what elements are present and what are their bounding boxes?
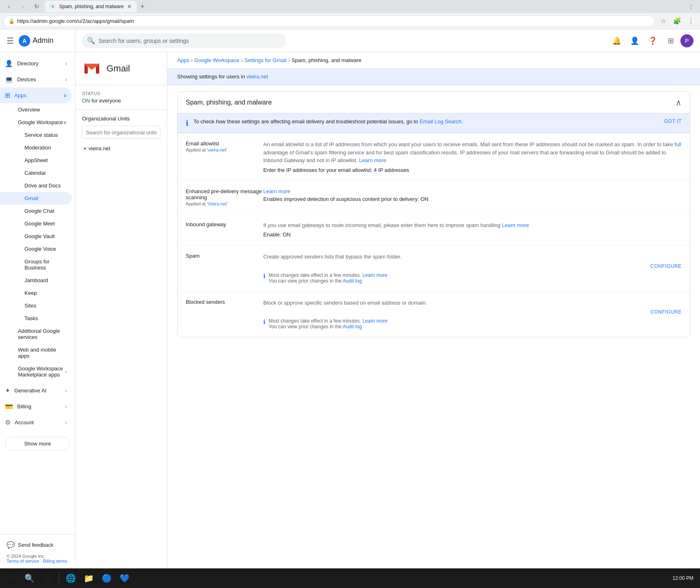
spam-audit-log[interactable]: Audit log [343,278,362,284]
terms-link[interactable]: Terms of service [7,559,39,564]
sidebar-subitem-service-status[interactable]: Service status [0,129,72,141]
sidebar-subitem-marketplace[interactable]: Google Workspace Marketplace apps › [0,362,72,381]
url-text: https://admin.google.com/u/2/ac/apps/gma… [17,18,134,24]
notifications-btn[interactable]: 🔔 [609,33,625,49]
sidebar-subitem-chat[interactable]: Google Chat [0,205,72,217]
sidebar-subitem-gworkspace[interactable]: Google Workspace ∨ [0,116,72,129]
address-bar[interactable]: 🔒 https://admin.google.com/u/2/ac/apps/g… [3,16,655,27]
sidebar-account-label: Account [15,419,34,425]
blocked-learn-more[interactable]: Learn more [362,318,387,324]
spam-learn-more[interactable]: Learn more [362,272,387,278]
taskbar-vscode-btn[interactable]: 💙 [116,570,133,586]
sidebar-item-apps[interactable]: ⊞ Apps ∨ [0,87,72,103]
search-placeholder-text: Search for users, groups or settings [98,38,189,44]
browser-menu-btn[interactable]: ⋮ [685,1,697,12]
active-tab[interactable]: 📧 Spam, phishing, and malware ✕ [45,1,137,12]
send-feedback-btn[interactable]: 💬 Send feedback [3,538,72,552]
chevron-right-icon-billing: › [65,404,67,410]
sidebar-item-apps-label: Apps [14,92,27,98]
spam-name: Spam [186,253,263,259]
taskbar: ⊞ 🔍 ⧉ 🌐 📁 🔵 💙 12:00 PM [0,568,700,588]
vieira-net-link-1[interactable]: vieira.net [208,147,226,152]
sidebar-item-billing[interactable]: 💳 Billing › [0,399,72,414]
sidebar-subitem-gmail[interactable]: Gmail [0,192,72,205]
chevron-right-icon: › [65,61,67,67]
blocked-note: ℹ Most changes take effect in a few minu… [263,318,682,330]
spam-configure-btn[interactable]: CONFIGURE [651,263,682,269]
sidebar-subitem-tasks[interactable]: Tasks [0,312,72,325]
sidebar-item-directory[interactable]: 👤 Directory › [0,56,72,71]
inbound-gateway-desc: If you use email gateways to route incom… [263,221,682,229]
search-bar[interactable]: 🔍 Search for users, groups or settings [82,33,286,48]
bookmark-icon[interactable]: ☆ [658,16,669,27]
full-link[interactable]: full [674,141,681,147]
blocked-audit-log[interactable]: Audit log [343,324,362,330]
got-it-btn[interactable]: GOT IT [664,118,682,124]
breadcrumb-apps[interactable]: Apps [177,57,189,63]
sidebar-subitem-sites[interactable]: Sites [0,299,72,312]
billing-terms-link[interactable]: Billing terms [43,559,67,564]
sidebar-subitem-jamboard[interactable]: Jamboard [0,274,72,287]
show-more-button[interactable]: Show more [5,437,70,450]
sidebar-subitem-calendar[interactable]: Calendar [0,167,72,179]
taskbar-system-tray[interactable]: 12:00 PM [669,575,697,581]
sidebar-subitem-appsheet[interactable]: AppSheet [0,154,72,167]
browser-nav-forward[interactable]: › [17,1,29,12]
sidebar-subitem-web-mobile[interactable]: Web and mobile apps [0,343,72,362]
inbound-gateway-name: Inbound gateway [186,221,263,227]
hamburger-menu[interactable]: ☰ [5,34,16,47]
taskbar-task-view-btn[interactable]: ⧉ [39,570,56,586]
chevron-right-icon-devices: › [65,77,67,82]
user-circle-btn[interactable]: 👤 [627,33,643,49]
setting-row-enhanced-scanning: Enhanced pre-delivery message scanning A… [178,181,690,214]
taskbar-explorer-btn[interactable]: 📁 [80,570,97,586]
section-header[interactable]: Spam, phishing, and malware ∧ [178,92,690,114]
gmail-panel-title: Gmail [107,63,130,74]
new-tab-btn[interactable]: + [138,2,147,11]
admin-logo[interactable]: A Admin [19,35,53,47]
sidebar-subitem-drive-docs[interactable]: Drive and Docs [0,179,72,192]
taskbar-edge-btn[interactable]: 🔵 [98,570,115,586]
sidebar-item-account[interactable]: ⚙ Account › [0,414,72,430]
collapse-icon[interactable]: ∧ [676,98,682,107]
learn-more-allowlist[interactable]: Learn more [359,157,386,163]
browser-nav-refresh[interactable]: ↻ [31,1,42,12]
help-btn[interactable]: ❓ [644,33,661,49]
apps-grid-btn[interactable]: ⊞ [662,33,679,49]
org-tree-item-root[interactable]: ▾ vieira.net [82,143,160,154]
blocked-configure-btn[interactable]: CONFIGURE [651,309,682,315]
learn-more-inbound[interactable]: Learn more [502,222,529,228]
browser-nav-back[interactable]: ‹ [3,1,15,12]
billing-icon: 💳 [5,403,13,410]
breadcrumb-sep-1: › [191,57,193,63]
info-circle-icon: ℹ [186,119,189,128]
tab-close-icon[interactable]: ✕ [127,3,132,10]
chevron-down-icon: ∨ [63,93,67,98]
sidebar-subitem-voice[interactable]: Google Voice [0,243,72,255]
taskbar-chrome-btn[interactable]: 🌐 [62,570,79,586]
sidebar-subitem-overview[interactable]: Overview [0,103,72,116]
vieira-net-link-2[interactable]: Vieira.net [208,201,227,206]
breadcrumb-sep-2: › [241,57,242,63]
sidebar-subitem-moderation[interactable]: Moderation [0,141,72,154]
email-log-search-link[interactable]: Email Log Search. [420,118,463,125]
sidebar-subitem-groups[interactable]: Groups for Business [0,255,72,274]
sidebar-item-devices[interactable]: 💻 Devices › [0,71,72,87]
breadcrumb-gworkspace[interactable]: Google Workspace [194,57,239,63]
enhanced-scanning-name: Enhanced pre-delivery message scanning [186,188,263,200]
sidebar-subitem-meet[interactable]: Google Meet [0,217,72,230]
breadcrumb-settings-for-gmail[interactable]: Settings for Gmail [244,57,287,63]
extensions-icon[interactable]: 🧩 [671,16,683,27]
sidebar-subitem-additional[interactable]: Additional Google services [0,325,72,343]
learn-more-enhanced[interactable]: Learn more [263,188,682,194]
taskbar-search-btn[interactable]: 🔍 [21,570,38,586]
sidebar-subitem-keep[interactable]: Keep [0,287,72,299]
browser-more-icon[interactable]: ⋮ [685,16,697,27]
user-avatar[interactable]: P [680,34,693,47]
sidebar-item-generative-ai[interactable]: ✦ Generative AI › [0,383,72,399]
sidebar-item-devices-label: Devices [17,76,36,82]
taskbar-start-btn[interactable]: ⊞ [3,570,20,586]
sidebar-subitem-vault[interactable]: Google Vault [0,230,72,243]
settings-section: Spam, phishing, and malware ∧ ℹ To check… [177,91,690,337]
org-search-input[interactable] [82,126,160,139]
